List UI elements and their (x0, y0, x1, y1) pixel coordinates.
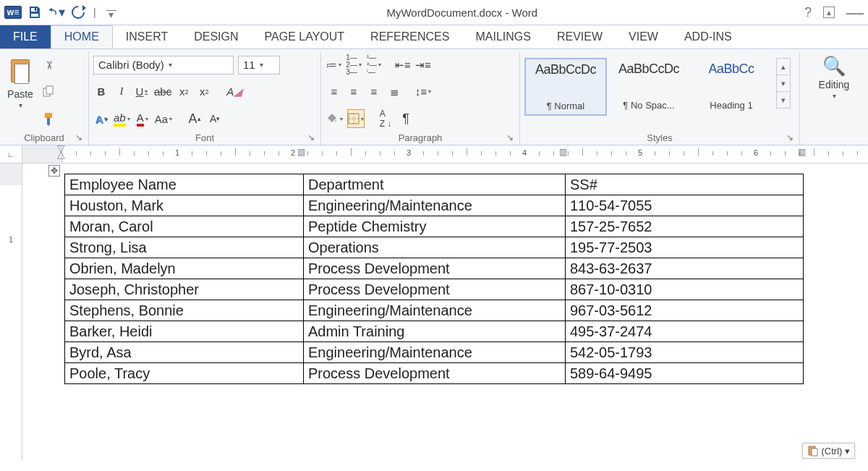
table-header-cell[interactable]: SS# (566, 174, 804, 195)
table-row[interactable]: Obrien, MadelynProcess Development843-63… (65, 258, 804, 279)
paste-button[interactable]: Paste ▾ (4, 54, 36, 130)
table-cell[interactable]: Process Development (304, 363, 566, 384)
styles-scroll-up[interactable]: ▴ (777, 59, 790, 75)
strikethrough-button[interactable]: abc (154, 83, 171, 101)
employee-table[interactable]: Employee NameDepartmentSS#Houston, MarkE… (64, 174, 804, 384)
tab-addins[interactable]: ADD-INS (671, 25, 745, 48)
tab-insert[interactable]: INSERT (113, 25, 181, 48)
table-cell[interactable]: 542-05-1793 (566, 342, 804, 363)
styles-dialog-launcher[interactable]: ↘ (786, 132, 793, 143)
vertical-ruler[interactable]: 1 (0, 164, 22, 460)
style-tile-0[interactable]: AaBbCcDc¶ Normal (524, 58, 607, 116)
document-area[interactable]: 1 ✥ Employee NameDepartmentSS#Houston, M… (0, 164, 868, 460)
table-cell[interactable]: 110-54-7055 (566, 195, 804, 216)
undo-button[interactable]: ▾ (48, 4, 65, 21)
styles-gallery[interactable]: AaBbCcDc¶ NormalAaBbCcDc¶ No Spac...AaBb… (524, 58, 772, 116)
format-painter-button[interactable] (41, 110, 56, 127)
table-cell[interactable]: Byrd, Asa (65, 342, 304, 363)
increase-indent-button[interactable]: ⇥≡ (415, 56, 431, 74)
clipboard-dialog-launcher[interactable]: ↘ (75, 132, 82, 143)
table-header-cell[interactable]: Department (304, 174, 566, 195)
paste-options-button[interactable]: (Ctrl) ▾ (802, 443, 856, 459)
underline-button[interactable]: U▾ (134, 83, 150, 101)
tab-page-layout[interactable]: PAGE LAYOUT (252, 25, 358, 48)
clear-formatting-button[interactable]: A◢ (226, 83, 242, 101)
table-cell[interactable]: Admin Training (304, 321, 566, 342)
save-button[interactable] (26, 4, 43, 21)
tab-home[interactable]: HOME (51, 25, 113, 48)
style-tile-2[interactable]: AaBbCcHeading 1 (691, 58, 772, 114)
table-cell[interactable]: Barker, Heidi (65, 321, 304, 342)
styles-scroll-down[interactable]: ▾ (777, 75, 790, 92)
align-right-button[interactable]: ≡ (366, 83, 382, 101)
table-row[interactable]: Strong, LisaOperations195-77-2503 (65, 237, 804, 258)
font-dialog-launcher[interactable]: ↘ (307, 132, 315, 143)
copy-button[interactable] (41, 83, 56, 101)
table-cell[interactable]: 157-25-7652 (566, 216, 804, 237)
table-cell[interactable]: Houston, Mark (65, 195, 304, 216)
show-marks-button[interactable]: ¶ (398, 110, 414, 127)
table-cell[interactable]: Obrien, Madelyn (65, 258, 304, 279)
tab-design[interactable]: DESIGN (181, 25, 251, 48)
table-row[interactable]: Stephens, BonnieEngineering/Maintenance9… (65, 300, 804, 321)
styles-scroll-buttons[interactable]: ▴ ▾ ▾ (776, 58, 791, 109)
align-center-button[interactable]: ≡ (346, 83, 362, 101)
shrink-font-button[interactable]: A▾ (207, 110, 223, 127)
change-case-button[interactable]: Aa▾ (155, 110, 172, 127)
ribbon-display-options-button[interactable]: ▴ (823, 7, 835, 18)
paragraph-dialog-launcher[interactable]: ↘ (506, 132, 514, 143)
table-row[interactable]: Moran, CarolPeptide Chemistry157-25-7652 (65, 216, 804, 237)
justify-button[interactable]: ≣ (386, 83, 402, 101)
table-cell[interactable]: 495-37-2474 (566, 321, 804, 342)
table-cell[interactable]: 589-64-9495 (566, 363, 804, 384)
tab-references[interactable]: REFERENCES (357, 25, 462, 48)
help-button[interactable]: ? (804, 5, 812, 20)
multilevel-list-button[interactable]: ¹— ᵃ— ⁱ—▾ (366, 56, 382, 74)
horizontal-ruler[interactable]: 1234567▥▥▥▽△ (22, 145, 868, 163)
word-app-icon[interactable]: w≡ (4, 4, 22, 21)
numbering-button[interactable]: 1— 2— 3— ▾ (346, 56, 362, 74)
style-tile-1[interactable]: AaBbCcDc¶ No Spac... (608, 58, 689, 114)
table-cell[interactable]: Moran, Carol (65, 216, 304, 237)
tab-selector[interactable]: ∟ (0, 145, 22, 163)
line-spacing-button[interactable]: ↕≡▾ (415, 83, 431, 101)
italic-button[interactable]: I (114, 83, 129, 101)
redo-button[interactable] (69, 4, 87, 21)
table-header-row[interactable]: Employee NameDepartmentSS# (65, 174, 804, 195)
font-name-combobox[interactable]: Calibri (Body) ▾ (93, 56, 234, 75)
table-row[interactable]: Joseph, ChristopherProcess Development86… (65, 279, 804, 300)
table-cell[interactable]: Engineering/Maintenance (304, 195, 566, 216)
table-row[interactable]: Poole, TracyProcess Development589-64-94… (65, 363, 804, 384)
decrease-indent-button[interactable]: ⇤≡ (395, 56, 411, 74)
tab-review[interactable]: REVIEW (544, 25, 616, 48)
table-cell[interactable]: 843-63-2637 (566, 258, 804, 279)
text-effects-button[interactable]: A▾ (93, 110, 109, 127)
table-cell[interactable]: 867-10-0310 (566, 279, 804, 300)
table-move-handle[interactable]: ✥ (48, 165, 60, 177)
subscript-button[interactable]: x2 (176, 83, 192, 101)
table-cell[interactable]: Poole, Tracy (65, 363, 304, 384)
table-header-cell[interactable]: Employee Name (65, 174, 304, 195)
table-cell[interactable]: Joseph, Christopher (65, 279, 304, 300)
table-cell[interactable]: 967-03-5612 (566, 300, 804, 321)
table-cell[interactable]: Process Development (304, 258, 566, 279)
table-cell[interactable]: Strong, Lisa (65, 237, 304, 258)
grow-font-button[interactable]: A▴ (187, 110, 203, 127)
highlight-button[interactable]: ab▾ (114, 110, 130, 127)
cut-button[interactable]: ✂ (41, 56, 56, 74)
table-row[interactable]: Houston, MarkEngineering/Maintenance110-… (65, 195, 804, 216)
table-row[interactable]: Byrd, AsaEngineering/Maintenance542-05-1… (65, 342, 804, 363)
styles-expand[interactable]: ▾ (777, 92, 790, 108)
ruler[interactable]: ∟ 1234567▥▥▥▽△ (0, 145, 868, 164)
table-cell[interactable]: 195-77-2503 (566, 237, 804, 258)
shading-button[interactable]: ▾ (326, 110, 343, 127)
bullets-button[interactable]: ≔▾ (326, 56, 341, 74)
table-cell[interactable]: Stephens, Bonnie (65, 300, 304, 321)
qat-customize-dropdown[interactable]: —▾ (103, 4, 120, 21)
font-size-combobox[interactable]: 11 ▾ (238, 56, 280, 75)
tab-file[interactable]: FILE (0, 25, 51, 48)
table-cell[interactable]: Peptide Chemistry (304, 216, 566, 237)
table-cell[interactable]: Process Development (304, 279, 566, 300)
table-cell[interactable]: Engineering/Maintenance (304, 300, 566, 321)
table-cell[interactable]: Engineering/Maintenance (304, 342, 566, 363)
